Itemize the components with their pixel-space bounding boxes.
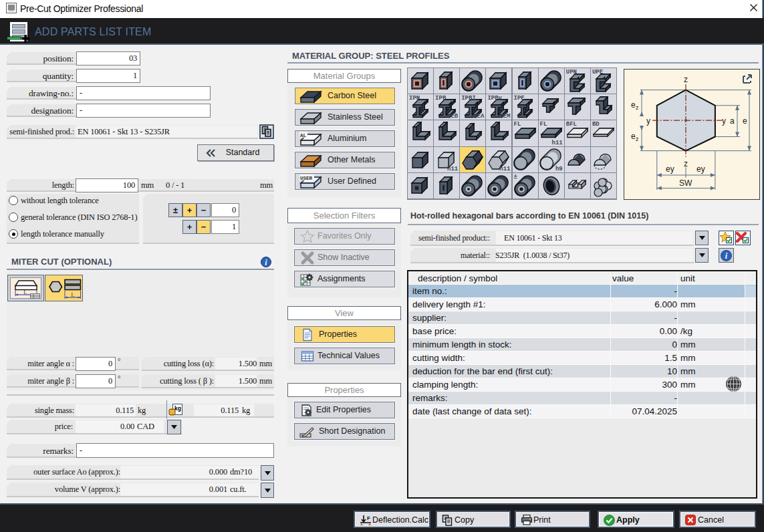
svg-text:e: e: [743, 116, 747, 126]
svg-text:USER: USER: [300, 176, 313, 181]
svg-text:z: z: [636, 104, 639, 111]
svg-text:SW: SW: [679, 178, 692, 188]
svg-text:ey: ey: [696, 164, 705, 174]
svg-text:i: i: [725, 251, 728, 261]
svg-text:L: L: [71, 291, 75, 298]
svg-text:z: z: [636, 136, 639, 142]
svg-text:a: a: [730, 116, 735, 126]
svg-text:z: z: [684, 75, 688, 84]
svg-text:e: e: [631, 100, 636, 110]
svg-text:z: z: [684, 159, 688, 168]
svg-text:AL: AL: [300, 133, 307, 138]
svg-text:F: F: [367, 515, 370, 521]
svg-text:y: y: [646, 116, 650, 126]
svg-text:L: L: [23, 289, 27, 295]
svg-text:ey: ey: [666, 164, 674, 174]
svg-text:y: y: [722, 116, 726, 126]
svg-text:e: e: [631, 132, 636, 141]
